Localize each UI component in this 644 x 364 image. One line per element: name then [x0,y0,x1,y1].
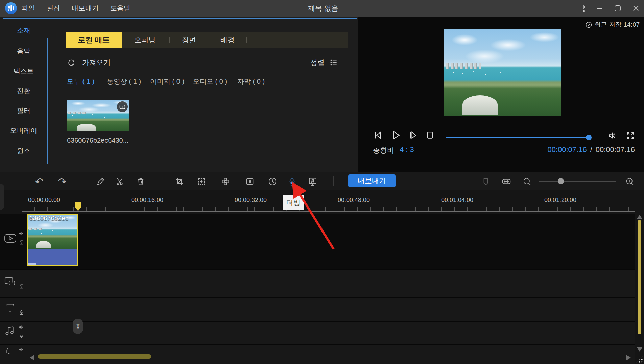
sidebar-item-material[interactable]: 소재 [0,25,47,35]
volume-icon[interactable] [608,131,617,140]
freeze-frame-icon[interactable] [244,175,256,188]
fit-timeline-icon[interactable] [500,175,512,188]
ruler-label: 00:00:48.00 [338,197,370,204]
duration-clock-icon[interactable] [266,175,279,188]
filter-subtitle[interactable]: 자막 ( 0 ) [237,77,265,87]
tab-local-material[interactable]: 로컬 매트 [66,32,122,48]
timeline-zoom-slider[interactable] [539,178,616,184]
menu-help[interactable]: 도움말 [110,4,130,13]
kebab-menu-icon[interactable] [579,3,590,14]
playhead-scissors-handle[interactable]: ✂ [73,319,83,334]
text-track-lock-icon[interactable] [19,310,24,315]
filter-image[interactable]: 이미지 ( 0 ) [150,77,184,87]
tab-separator [246,37,247,43]
tab-scene[interactable]: 장면 [175,32,202,48]
clip-label: 6360676b2ec [29,215,68,222]
sidebar-item-element[interactable]: 원소 [0,146,47,156]
scroll-down-arrow[interactable] [637,347,642,352]
scroll-right-arrow[interactable] [626,355,631,360]
filter-video[interactable]: 동영상 ( 1 ) [107,77,141,87]
video-track-icon [4,233,17,243]
stop-button[interactable] [425,130,435,140]
voiceover-presenter-icon[interactable] [307,175,319,188]
aspect-ratio-value[interactable]: 4 : 3 [400,145,414,154]
text-track-icon [5,302,15,313]
voice-track-speaker-icon[interactable] [19,347,24,353]
sidebar-item-transition[interactable]: 전환 [0,86,47,96]
titlebar: 파일 편집 내보내기 도움말 제목 없음 [0,0,644,17]
delete-trash-icon[interactable] [135,175,147,188]
maximize-button[interactable] [612,3,623,14]
tab-background[interactable]: 배경 [214,32,241,48]
vertical-scrollbar-thumb[interactable] [638,220,641,334]
zoom-frame-icon[interactable] [195,175,208,188]
video-track-speaker-icon[interactable] [19,230,24,236]
video-track-lock-icon[interactable] [19,239,24,245]
import-button[interactable]: 가져오기 [67,58,111,67]
music-track-lock-icon[interactable] [19,334,24,340]
prev-frame-button[interactable] [373,130,383,140]
edit-pencil-icon[interactable] [95,175,107,188]
filter-all[interactable]: 모두 ( 1 ) [67,77,94,87]
dubbing-mic-icon[interactable] [286,175,298,188]
undo-icon[interactable]: ↶ [33,175,45,188]
scroll-left-arrow[interactable] [30,355,34,360]
play-button[interactable] [390,129,401,141]
crop-icon[interactable] [173,175,186,188]
tab-opening[interactable]: 오피닝 [128,32,162,48]
toolbar-divider [333,176,334,186]
zoom-out-icon[interactable] [521,175,533,188]
sidebar-item-overlay[interactable]: 오버레이 [0,125,47,136]
music-track-speaker-icon[interactable] [19,324,24,330]
text-track [0,298,635,321]
import-label: 가져오기 [82,58,111,67]
minimize-button[interactable] [594,3,605,14]
clip-audio-band [28,249,77,265]
timeline-clip[interactable]: 6360676b2ec [27,214,78,266]
workspace: 최근 저장 14:07 [0,17,644,172]
music-track [0,322,635,344]
scene-city-skyline [68,112,87,114]
sidebar-item-text[interactable]: 텍스트 [0,66,47,76]
horizontal-scrollbar-thumb[interactable] [38,354,151,359]
seek-fill [446,137,589,138]
split-scissors-icon[interactable] [114,175,126,188]
zoom-in-icon[interactable] [624,175,636,188]
saved-status: 최근 저장 14:07 [594,20,640,29]
media-panel-border-top [3,18,357,19]
sidebar-item-filter[interactable]: 필터 [0,105,47,116]
app-logo-icon[interactable] [5,2,17,15]
redo-icon[interactable]: ↷ [56,175,68,188]
close-button[interactable] [630,3,641,14]
menu-export[interactable]: 내보내기 [72,4,99,13]
seek-slider[interactable] [446,135,592,140]
sort-button[interactable]: 정렬 [310,58,338,67]
ruler-label: 00:00:16.00 [131,197,163,204]
fullscreen-icon[interactable] [626,131,635,140]
next-frame-button[interactable] [408,130,418,140]
sidebar-item-music[interactable]: 음악 [0,46,47,56]
scene-city-skyline [446,63,481,68]
media-panel-border-left [47,38,48,164]
seek-knob[interactable] [586,135,592,140]
panel-collapse-handle[interactable] [0,184,4,210]
resize-grip[interactable] [636,356,643,363]
menu-file[interactable]: 파일 [22,4,35,13]
scroll-up-arrow[interactable] [637,215,642,219]
ruler-label: 00:00:00.00 [28,197,60,204]
marker-flag-icon[interactable] [480,175,492,188]
menu-edit[interactable]: 편집 [47,4,60,13]
timeline-zoom-knob[interactable] [558,178,564,184]
media-thumbnail[interactable] [67,100,129,131]
filter-audio[interactable]: 오디오 ( 0 ) [193,77,227,87]
app-window: 파일 편집 내보내기 도움말 제목 없음 [0,0,644,364]
media-tabbar: 로컬 매트 오피닝 장면 배경 [66,32,348,48]
mosaic-icon[interactable] [219,175,232,188]
preview-panel: 최근 저장 14:07 [358,17,644,172]
overlay-track-lock-icon[interactable] [19,283,24,289]
ruler-label: 00:00:32.00 [235,197,267,204]
tab-separator [208,37,208,43]
export-button[interactable]: 내보내기 [348,174,396,187]
overlay-track-icon [4,276,16,286]
window-title: 제목 없음 [308,0,338,17]
